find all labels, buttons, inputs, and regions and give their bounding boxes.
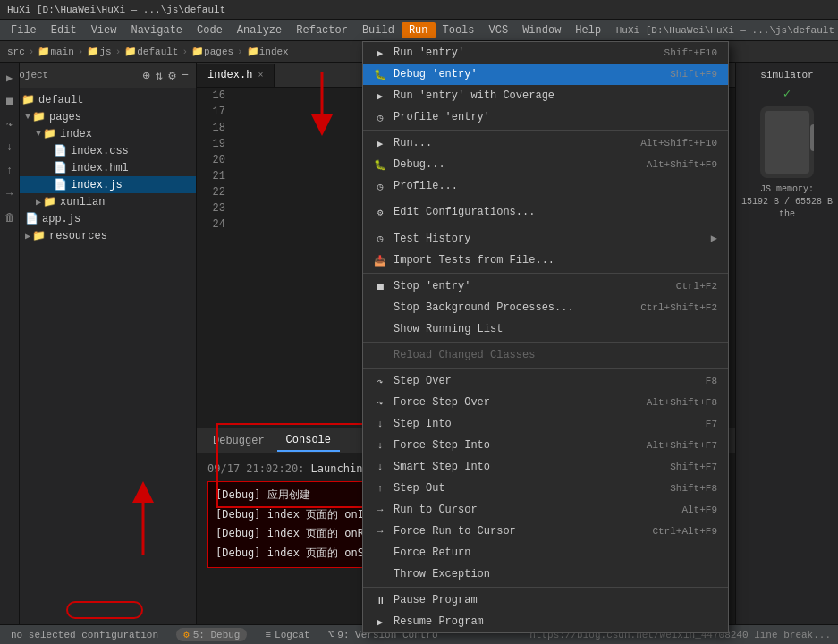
bc-folder-icon4: 📁	[191, 46, 204, 57]
bc-pages[interactable]: pages	[204, 47, 233, 57]
debug-icon: 🐛	[374, 69, 386, 80]
menu-run[interactable]: Run	[402, 22, 436, 38]
menu-tools[interactable]: Tools	[436, 22, 482, 38]
minus-icon[interactable]: −	[182, 68, 189, 82]
sep-4	[363, 273, 728, 274]
menu-edit[interactable]: Edit	[44, 22, 84, 38]
stop-bg-shortcut: Ctrl+Shift+F2	[640, 302, 717, 313]
menu-analyze[interactable]: Analyze	[230, 22, 289, 38]
tab-index[interactable]: index.h ×	[197, 64, 275, 87]
dropdown-pause[interactable]: ⏸ Pause Program	[363, 589, 728, 611]
tree-index-hml[interactable]: 📄 index.hml	[0, 159, 196, 176]
debug-entry-shortcut: Shift+F9	[670, 69, 717, 80]
menu-navigate[interactable]: Navigate	[123, 22, 190, 38]
dropdown-step-out[interactable]: ↑ Step Out Shift+F8	[363, 478, 728, 499]
run-cursor-icon[interactable]: →	[2, 186, 18, 202]
menu-help[interactable]: Help	[568, 22, 608, 38]
tree-index[interactable]: ▼ 📁 index	[0, 125, 196, 142]
phone-knob	[810, 124, 814, 151]
trash-icon[interactable]: 🗑	[2, 209, 18, 225]
tab-close-icon[interactable]: ×	[258, 71, 263, 80]
left-toolbar: ▶ ⏹ ↷ ↓ ↑ → 🗑	[0, 63, 20, 624]
js-file-icon2: 📄	[25, 212, 38, 225]
throw-exception-label: Throw Exception	[394, 568, 490, 580]
dropdown-profile-entry[interactable]: ◷ Profile 'entry'	[363, 106, 728, 128]
dropdown-import-tests[interactable]: 📥 Import Tests from File...	[363, 250, 728, 271]
menu-view[interactable]: View	[84, 22, 124, 38]
settings-icon[interactable]: ⚙	[168, 68, 175, 83]
tab-debugger[interactable]: Debugger	[204, 431, 274, 451]
tree-pages[interactable]: ▼ 📁 pages	[0, 108, 196, 125]
dropdown-run-coverage[interactable]: ▶ Run 'entry' with Coverage	[363, 85, 728, 106]
right-panel: simulator ✓ JS memory: 15192 B / 65528 B…	[735, 63, 838, 624]
dropdown-force-run-cursor[interactable]: → Force Run to Cursor Ctrl+Alt+F9	[363, 521, 728, 542]
status-no-config[interactable]: no selected configuration	[7, 625, 162, 644]
dropdown-step-over[interactable]: ↷ Step Over F8	[363, 370, 728, 392]
coverage-icon: ▶	[374, 90, 386, 102]
dropdown-force-return[interactable]: Force Return	[363, 542, 728, 564]
stop-entry-label: Stop 'entry'	[394, 280, 470, 292]
dropdown-run-cursor[interactable]: → Run to Cursor Alt+F9	[363, 499, 728, 521]
expand-arrow2: ▼	[25, 112, 30, 122]
bc-folder-icon: 📁	[38, 46, 50, 57]
bc-js[interactable]: js	[99, 47, 111, 57]
dropdown-debug-entry[interactable]: 🐛 Debug 'entry' Shift+F9	[363, 64, 728, 85]
add-icon[interactable]: ⊕	[142, 68, 149, 83]
tab-console[interactable]: Console	[277, 430, 340, 452]
bc-index[interactable]: index	[259, 47, 289, 57]
tree-resources[interactable]: ▶ 📁 resources	[0, 227, 196, 244]
title-right: HuXi [D:\HuaWei\HuXi — ...\js\default	[616, 25, 834, 36]
config-icon: ⚙	[374, 207, 386, 218]
tree-default[interactable]: ▼ 📁 default	[0, 91, 196, 108]
menu-file[interactable]: File	[4, 22, 44, 38]
memory-info: JS memory: 15192 B / 65528 B the	[741, 183, 833, 221]
step-into-icon[interactable]: ↓	[2, 140, 18, 156]
menu-build[interactable]: Build	[355, 22, 402, 38]
run-cursor-label: Run to Cursor	[394, 504, 478, 516]
dropdown-throw-exception[interactable]: Throw Exception	[363, 564, 728, 585]
dropdown-resume[interactable]: ▶ Resume Program	[363, 611, 728, 632]
bc-src[interactable]: src	[7, 47, 25, 57]
expand-arrow5: ▶	[25, 231, 30, 242]
bc-default[interactable]: default	[137, 47, 178, 57]
line-numbers: 16 17 18 19 20 21 22 23 24	[197, 88, 233, 233]
dropdown-step-into[interactable]: ↓ Step Into F7	[363, 413, 728, 435]
dropdown-run[interactable]: ▶ Run... Alt+Shift+F10	[363, 132, 728, 154]
step-out-icon[interactable]: ↑	[2, 163, 18, 179]
dropdown-edit-config[interactable]: ⚙ Edit Configurations...	[363, 201, 728, 223]
debug-run-icon[interactable]: ▶	[2, 70, 18, 86]
folder-icon3: 📁	[43, 127, 56, 140]
dropdown-profile[interactable]: ◷ Profile...	[363, 175, 728, 197]
sep-5	[363, 342, 728, 343]
titlebar: HuXi [D:\HuaWei\HuXi — ...\js\default	[0, 0, 838, 20]
dropdown-run-entry[interactable]: ▶ Run 'entry' Shift+F10	[363, 42, 728, 64]
menu-refactor[interactable]: Refactor	[289, 22, 355, 38]
status-logcat[interactable]: ≡ Logcat	[261, 625, 313, 644]
dropdown-force-step-into[interactable]: ↓ Force Step Into Alt+Shift+F7	[363, 435, 728, 456]
step-over-icon[interactable]: ↷	[2, 116, 18, 132]
dropdown-show-running[interactable]: Show Running List	[363, 318, 728, 340]
dropdown-smart-step-into[interactable]: ↓ Smart Step Into Shift+F7	[363, 456, 728, 478]
expand-arrow3: ▼	[36, 129, 41, 139]
menu-vcs[interactable]: VCS	[482, 22, 516, 38]
stop-icon[interactable]: ⏹	[2, 93, 18, 109]
step-into-shortcut: F7	[706, 419, 717, 429]
tree-index-js[interactable]: 📄 index.js	[0, 176, 196, 193]
menu-code[interactable]: Code	[190, 22, 230, 38]
dropdown-stop-entry[interactable]: ⏹ Stop 'entry' Ctrl+F2	[363, 275, 728, 297]
dropdown-stop-bg[interactable]: Stop Background Processes... Ctrl+Shift+…	[363, 297, 728, 318]
status-debug-btn[interactable]: ⚙ 5: Debug	[173, 625, 250, 644]
bc-main[interactable]: main	[50, 47, 73, 57]
tree-xunlian[interactable]: ▶ 📁 xunlian	[0, 193, 196, 210]
simulator-label: simulator	[760, 70, 813, 80]
sync-icon[interactable]: ⇅	[156, 68, 163, 83]
check-icon: ✓	[783, 86, 791, 101]
dropdown-test-history[interactable]: ◷ Test History ▶	[363, 227, 728, 250]
dropdown-force-step-over[interactable]: ↷ Force Step Over Alt+Shift+F8	[363, 392, 728, 413]
step-out-shortcut: Shift+F8	[670, 483, 717, 494]
tree-app-js[interactable]: 📄 app.js	[0, 210, 196, 227]
menu-window[interactable]: Window	[515, 22, 568, 38]
tree-index-css[interactable]: 📄 index.css	[0, 142, 196, 159]
dropdown-debug[interactable]: 🐛 Debug... Alt+Shift+F9	[363, 154, 728, 175]
dropdown-reload-classes[interactable]: Reload Changed Classes	[363, 344, 728, 366]
